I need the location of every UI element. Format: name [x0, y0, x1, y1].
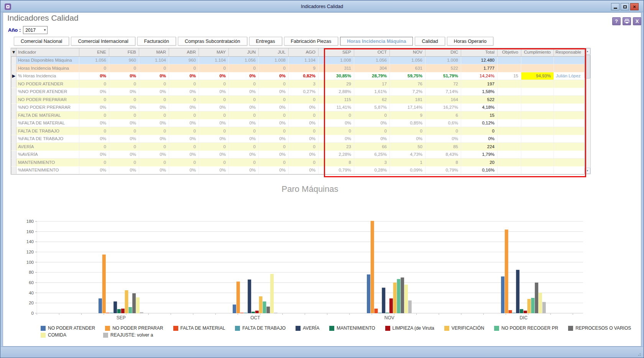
month-value[interactable]: 9 — [289, 64, 319, 72]
month-value[interactable]: 0% — [169, 72, 199, 80]
month-value[interactable]: 0% — [319, 135, 354, 143]
month-value[interactable]: 0 — [139, 159, 169, 167]
objetivo-value[interactable] — [498, 80, 521, 88]
month-value[interactable]: 3 — [354, 159, 390, 167]
month-value[interactable]: 0 — [79, 159, 109, 167]
month-value[interactable]: 1.008 — [426, 56, 461, 64]
month-value[interactable]: 0% — [229, 135, 259, 143]
month-value[interactable]: 0 — [169, 127, 199, 135]
responsable-value[interactable] — [554, 56, 585, 64]
column-header-feb[interactable]: FEB — [109, 48, 139, 56]
month-value[interactable]: 0 — [289, 143, 319, 151]
month-value[interactable]: 1.056 — [390, 56, 426, 64]
month-value[interactable]: 0 — [79, 96, 109, 104]
objetivo-value[interactable] — [498, 127, 521, 135]
month-value[interactable]: 0 — [109, 96, 139, 104]
cumplimiento-value[interactable] — [521, 64, 554, 72]
tab-comercial-internacional[interactable]: Comercial Internacional — [71, 37, 135, 46]
month-value[interactable]: 0 — [79, 127, 109, 135]
indicator-name[interactable]: Horas Incidencia Máquina — [16, 64, 79, 72]
column-header-dic[interactable]: DIC — [426, 48, 461, 56]
month-value[interactable]: 0% — [109, 135, 139, 143]
month-value[interactable]: 0% — [229, 166, 259, 174]
month-value[interactable]: 1.056 — [354, 56, 390, 64]
month-value[interactable]: 0 — [199, 127, 229, 135]
indicator-name[interactable]: NO PODER PREPARAR — [16, 96, 79, 104]
row-selector[interactable] — [12, 135, 16, 143]
month-value[interactable]: 1.008 — [259, 56, 289, 64]
month-value[interactable]: 62 — [354, 96, 390, 104]
month-value[interactable]: 1.008 — [319, 56, 354, 64]
month-value[interactable]: 6,25% — [354, 150, 390, 159]
objetivo-value[interactable] — [498, 166, 521, 174]
month-value[interactable]: 631 — [390, 64, 426, 72]
tab-entregas[interactable]: Entregas — [249, 37, 282, 46]
row-selector[interactable] — [12, 119, 16, 127]
month-value[interactable]: 0 — [109, 80, 139, 88]
month-value[interactable]: 0% — [229, 150, 259, 159]
row-selector[interactable] — [12, 143, 16, 151]
month-value[interactable]: 0,79% — [426, 166, 461, 174]
month-value[interactable]: 0 — [199, 143, 229, 151]
responsable-value[interactable] — [554, 166, 585, 174]
month-value[interactable]: 0% — [199, 88, 229, 96]
month-value[interactable]: 0 — [79, 80, 109, 88]
indicator-name[interactable]: %NO PODER PREPARAR — [16, 103, 79, 111]
month-value[interactable]: 0% — [79, 166, 109, 174]
month-value[interactable]: 0% — [169, 88, 199, 96]
total-value[interactable]: 0% — [461, 135, 498, 143]
objetivo-value[interactable] — [498, 119, 521, 127]
month-value[interactable]: 0 — [109, 159, 139, 167]
row-selector[interactable] — [12, 88, 16, 96]
month-value[interactable]: 1.104 — [289, 56, 319, 64]
row-selector[interactable] — [12, 127, 16, 135]
month-value[interactable]: 0% — [139, 88, 169, 96]
scroll-up-button[interactable]: ▲ — [585, 48, 590, 54]
total-value[interactable]: 0 — [461, 127, 498, 135]
filter-icon[interactable]: ▼ — [12, 48, 16, 56]
month-value[interactable]: 0 — [259, 127, 289, 135]
current-row-marker[interactable]: ▶ — [12, 72, 16, 80]
month-value[interactable]: 0% — [169, 150, 199, 159]
month-value[interactable]: 164 — [426, 96, 461, 104]
month-value[interactable]: 0 — [426, 127, 461, 135]
month-value[interactable]: 1.056 — [79, 56, 109, 64]
month-value[interactable]: 7,14% — [426, 88, 461, 96]
month-value[interactable]: 1,61% — [354, 88, 390, 96]
row-selector[interactable] — [12, 103, 16, 111]
total-value[interactable]: 224 — [461, 143, 498, 151]
month-value[interactable]: 0 — [109, 111, 139, 119]
column-header-mar[interactable]: MAR — [139, 48, 169, 56]
month-value[interactable]: 30,85% — [319, 72, 354, 80]
month-value[interactable]: 51,79% — [426, 72, 461, 80]
cumplimiento-value[interactable] — [521, 166, 554, 174]
month-value[interactable]: 5,87% — [354, 103, 390, 111]
column-header-sep[interactable]: SEP — [319, 48, 354, 56]
cumplimiento-value[interactable] — [521, 135, 554, 143]
month-value[interactable]: 0 — [139, 143, 169, 151]
column-header-jul[interactable]: JUL — [259, 48, 289, 56]
objetivo-value[interactable] — [498, 103, 521, 111]
month-value[interactable]: 0% — [259, 135, 289, 143]
month-value[interactable]: 0% — [169, 135, 199, 143]
month-value[interactable]: 0% — [319, 119, 354, 127]
month-value[interactable]: 0,27% — [289, 88, 319, 96]
month-value[interactable]: 0% — [79, 103, 109, 111]
month-value[interactable]: 181 — [390, 96, 426, 104]
total-value[interactable]: 0,12% — [461, 119, 498, 127]
month-value[interactable]: 0% — [199, 72, 229, 80]
month-value[interactable]: 0% — [289, 150, 319, 159]
month-value[interactable]: 0 — [139, 96, 169, 104]
month-value[interactable]: 8,43% — [426, 150, 461, 159]
month-value[interactable]: 0 — [79, 64, 109, 72]
responsable-value[interactable] — [554, 127, 585, 135]
month-value[interactable]: 0% — [169, 103, 199, 111]
month-value[interactable]: 0 — [289, 96, 319, 104]
month-value[interactable]: 0% — [169, 119, 199, 127]
month-value[interactable]: 0 — [289, 127, 319, 135]
help-button[interactable]: ? — [612, 17, 621, 25]
cumplimiento-value[interactable] — [521, 127, 554, 135]
tab-calidad[interactable]: Calidad — [415, 37, 445, 46]
objetivo-value[interactable] — [498, 56, 521, 64]
cumplimiento-value[interactable] — [521, 119, 554, 127]
